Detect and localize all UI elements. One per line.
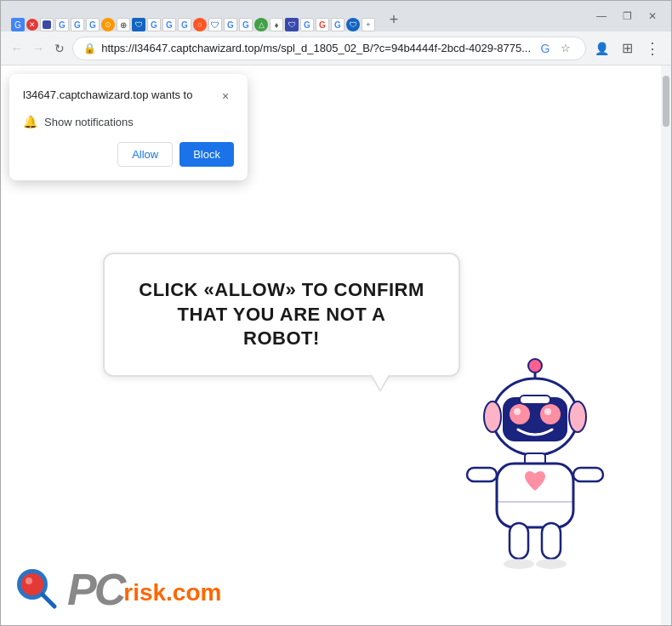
svg-point-22 (26, 578, 32, 584)
tab-g7[interactable]: G (224, 18, 237, 31)
svg-point-21 (21, 573, 43, 595)
svg-point-8 (514, 408, 521, 415)
popup-buttons: Allow Block (23, 142, 234, 167)
close-button[interactable]: ✕ (641, 4, 664, 28)
speech-bubble: CLICK «ALLOW» TO CONFIRM THAT YOU ARE NO… (103, 253, 460, 377)
block-button[interactable]: Block (179, 142, 234, 167)
tab-favicon-1[interactable]: G (11, 18, 25, 31)
tab-favicon-3[interactable] (40, 18, 54, 31)
lock-icon: 🔒 (83, 43, 96, 54)
reload-button[interactable]: ↻ (51, 37, 69, 60)
tab-g10[interactable]: G (331, 18, 345, 31)
tab-favicon-11[interactable]: 🛡 (285, 18, 299, 31)
new-tab-button[interactable]: + (382, 8, 406, 31)
browser-window: G ✕ G G G ⊙ ⊕ 🛡 G G G ○ 🛡 G G △ (0, 0, 672, 626)
extensions-icon[interactable]: ⊞ (615, 37, 639, 60)
popup-header: l34647.captchawizard.top wants to × (23, 88, 234, 105)
tab-g2[interactable]: G (71, 18, 84, 31)
menu-icon[interactable]: ⋮ (641, 37, 664, 60)
svg-point-6 (510, 404, 530, 424)
scrollbar-thumb[interactable] (663, 76, 669, 127)
tab-favicon-13[interactable]: 🛡 (346, 18, 360, 31)
profile-icon[interactable]: 👤 (589, 37, 613, 60)
tab-g3[interactable]: G (86, 18, 100, 31)
svg-rect-13 (573, 468, 603, 481)
pcrisk-logo: PC risk.com (14, 566, 221, 612)
svg-rect-15 (542, 523, 561, 559)
bell-icon: 🔔 (23, 115, 37, 128)
bookmark-icon[interactable]: ☆ (556, 39, 575, 58)
svg-rect-14 (510, 523, 528, 559)
address-bar-icons: G ☆ (536, 39, 575, 58)
url-text: https://l34647.captchawizard.top/ms/spl_… (101, 42, 531, 54)
tab-favicon-4[interactable]: ⊙ (101, 18, 115, 31)
popup-close-button[interactable]: × (217, 88, 234, 105)
allow-button[interactable]: Allow (117, 142, 173, 167)
forward-button[interactable]: → (29, 37, 47, 60)
svg-point-7 (540, 404, 561, 424)
svg-rect-12 (467, 468, 497, 481)
popup-permission-row: 🔔 Show notifications (23, 115, 234, 128)
pcrisk-magnifier-icon (14, 566, 60, 612)
tab-favicon-10[interactable]: ♦ (270, 18, 283, 31)
tab-favicon-8[interactable]: 🛡 (208, 18, 222, 31)
tab-favicon-12[interactable]: G (316, 18, 329, 31)
tab-favicon-5[interactable]: ⊕ (117, 18, 130, 31)
scrollbar[interactable] (661, 65, 671, 625)
title-bar: G ✕ G G G ⊙ ⊕ 🛡 G G G ○ 🛡 G G △ (1, 1, 671, 31)
tab-g8[interactable]: G (239, 18, 253, 31)
tab-g1[interactable]: G (55, 18, 69, 31)
svg-point-3 (484, 401, 501, 432)
tab-favicon-7[interactable]: ○ (193, 18, 207, 31)
address-bar[interactable]: 🔒 https://l34647.captchawizard.top/ms/sp… (72, 37, 586, 60)
robot-figure (450, 353, 620, 574)
tab-strip: G ✕ G G G ⊙ ⊕ 🛡 G G G ○ 🛡 G G △ (8, 1, 586, 31)
back-button[interactable]: ← (8, 37, 26, 60)
svg-point-9 (544, 408, 551, 415)
tab-g9[interactable]: G (300, 18, 314, 31)
svg-point-16 (504, 559, 534, 569)
toolbar: ← → ↻ 🔒 https://l34647.captchawizard.top… (1, 31, 671, 65)
tab-g6[interactable]: G (178, 18, 191, 31)
svg-point-17 (536, 559, 567, 569)
window-controls: — ❐ ✕ (589, 4, 664, 28)
logo-text-row: PC risk.com (67, 567, 221, 612)
page-content: l34647.captchawizard.top wants to × 🔔 Sh… (1, 65, 671, 625)
notification-popup: l34647.captchawizard.top wants to × 🔔 Sh… (9, 74, 248, 180)
popup-title: l34647.captchawizard.top wants to (23, 88, 217, 103)
tab-favicon-6[interactable]: 🛡 (132, 18, 145, 31)
svg-line-23 (43, 595, 54, 606)
maximize-button[interactable]: ❐ (615, 4, 639, 28)
svg-point-1 (528, 359, 542, 373)
svg-point-4 (569, 401, 586, 432)
minimize-button[interactable]: — (589, 4, 613, 28)
toolbar-icons: 👤 ⊞ ⋮ (589, 37, 664, 60)
tab-g5[interactable]: G (162, 18, 176, 31)
svg-rect-11 (497, 464, 573, 527)
tab-favicon-2[interactable]: ✕ (26, 19, 38, 31)
tab-favicon-14[interactable]: + (362, 18, 375, 31)
tab-favicon-9[interactable]: △ (254, 18, 268, 31)
svg-rect-19 (520, 396, 550, 404)
tab-g4[interactable]: G (147, 18, 161, 31)
permission-text: Show notifications (44, 116, 134, 128)
google-lens-icon[interactable]: G (536, 39, 555, 58)
risk-text: risk.com (123, 579, 221, 606)
pc-text: PC (67, 567, 123, 612)
bubble-text: CLICK «ALLOW» TO CONFIRM THAT YOU ARE NO… (139, 278, 424, 351)
